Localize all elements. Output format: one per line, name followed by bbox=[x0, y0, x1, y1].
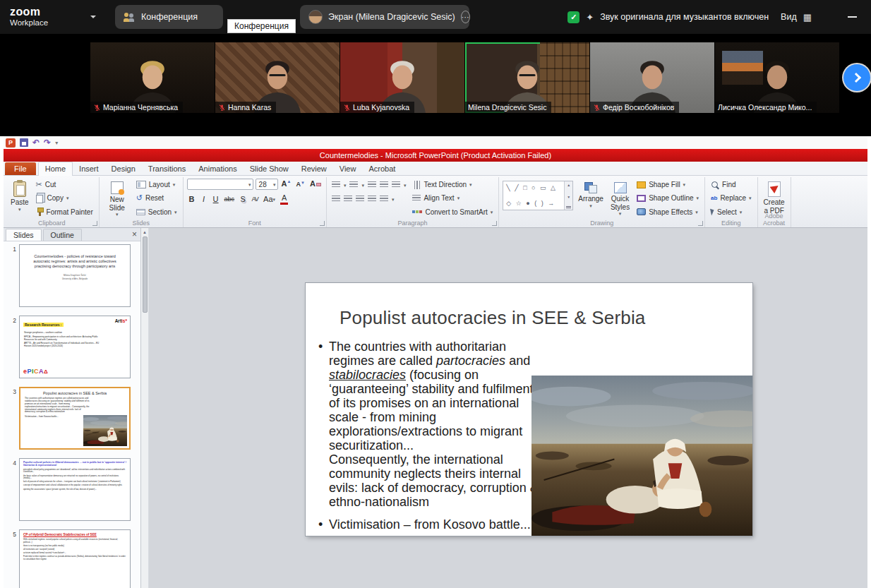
text-direction-button[interactable]: Text Direction ▾ bbox=[410, 179, 495, 191]
slide-thumbnail-1[interactable]: 1 Countermelodies - policies of resistan… bbox=[4, 244, 140, 316]
logo-chevron-down-icon[interactable] bbox=[90, 16, 96, 18]
grow-font-button[interactable]: A▲ bbox=[280, 179, 293, 188]
drawing-dialog-launcher[interactable] bbox=[698, 221, 703, 226]
paste-button[interactable]: Paste ▾ bbox=[8, 179, 31, 218]
tab-conference[interactable]: Конференция bbox=[115, 5, 223, 29]
panel-scrollbar[interactable]: ▲ bbox=[141, 228, 149, 588]
tab-design[interactable]: Design bbox=[105, 162, 142, 175]
new-slide-button[interactable]: New Slide ▾ bbox=[103, 179, 131, 218]
slide-thumbnail-4[interactable]: 4 Populist cultural policies in illibera… bbox=[4, 458, 140, 529]
clipboard-dialog-launcher[interactable] bbox=[92, 221, 97, 226]
underline-button[interactable]: U bbox=[211, 193, 221, 205]
arrange-button[interactable]: Arrange ▾ bbox=[576, 179, 606, 218]
video-tile-participant-5[interactable]: Федір Воскобойніков bbox=[590, 42, 714, 113]
character-spacing-button[interactable]: AV bbox=[250, 193, 260, 205]
replace-button[interactable]: ab Replace ▾ bbox=[709, 192, 754, 204]
text-shadow-button[interactable]: S bbox=[238, 193, 248, 205]
shape-effects-button[interactable]: Shape Effects ▾ bbox=[635, 206, 701, 218]
slide-canvas[interactable]: Populist autocracies in SEE & Serbia • T… bbox=[149, 228, 867, 588]
shrink-font-button[interactable]: A▼ bbox=[295, 181, 306, 188]
video-tile-participant-1[interactable]: Маріанна Чернявська bbox=[90, 42, 215, 113]
undo-button[interactable]: ↶ bbox=[32, 138, 40, 147]
select-button[interactable]: Select ▾ bbox=[709, 206, 754, 218]
copy-icon bbox=[36, 195, 43, 203]
format-painter-button[interactable]: Format Painter bbox=[34, 206, 95, 218]
dropdown-arrow-icon: ▾ bbox=[457, 196, 460, 200]
slide-thumbnail-3-selected[interactable]: 3 Populist autocracies in SEE & Serbia T… bbox=[4, 387, 140, 458]
qat-customize-dropdown[interactable]: ▾ bbox=[55, 140, 58, 146]
align-center-icon[interactable] bbox=[344, 196, 352, 203]
font-size-select[interactable]: 28▾ bbox=[256, 179, 278, 190]
tab-view[interactable]: View bbox=[333, 162, 363, 175]
quick-access-toolbar: P ↶ ↷ ▾ bbox=[4, 136, 867, 149]
section-button[interactable]: Section ▾ bbox=[134, 206, 179, 218]
scroll-down-icon[interactable]: ▼ bbox=[567, 195, 570, 199]
video-tile-participant-2[interactable]: Hanna Karas bbox=[215, 42, 340, 113]
tab-insert[interactable]: Insert bbox=[73, 162, 105, 175]
tab-animations[interactable]: Animations bbox=[192, 162, 243, 175]
justify-icon[interactable] bbox=[368, 196, 376, 203]
quick-styles-icon bbox=[614, 182, 627, 193]
tab-home[interactable]: Home bbox=[38, 162, 73, 176]
shape-fill-button[interactable]: Shape Fill ▾ bbox=[635, 179, 701, 191]
tab-slide-show[interactable]: Slide Show bbox=[244, 162, 295, 175]
decrease-indent-icon[interactable] bbox=[368, 181, 376, 188]
align-text-button[interactable]: Align Text ▾ bbox=[410, 192, 495, 204]
redo-button[interactable]: ↷ bbox=[44, 138, 51, 147]
kosovo-maiden-painting[interactable] bbox=[531, 376, 752, 536]
font-name-select[interactable]: ▾ bbox=[187, 179, 253, 190]
shapes-gallery-scroll[interactable]: ▲ ▼ bbox=[564, 181, 572, 210]
view-button[interactable]: Вид bbox=[781, 12, 797, 22]
video-tile-participant-3[interactable]: Luba Kyjanovska bbox=[340, 42, 464, 113]
cut-button[interactable]: ✂ Cut bbox=[34, 179, 95, 191]
dropdown-arrow-icon: ▾ bbox=[174, 210, 177, 215]
next-participants-button[interactable] bbox=[843, 64, 870, 91]
tab-file[interactable]: File bbox=[5, 162, 36, 175]
tab-slides[interactable]: Slides bbox=[6, 229, 42, 241]
align-left-icon[interactable] bbox=[332, 196, 340, 203]
tab-acrobat[interactable]: Acrobat bbox=[362, 162, 402, 175]
tab-review[interactable]: Review bbox=[295, 162, 333, 175]
scrollbar-thumb[interactable] bbox=[143, 236, 148, 313]
scrollbar-up-arrow[interactable]: ▲ bbox=[141, 228, 148, 236]
change-case-button[interactable]: Aa▾ bbox=[262, 193, 277, 205]
copy-button[interactable]: Copy ▾ bbox=[34, 192, 95, 204]
font-color-button[interactable]: A bbox=[279, 193, 289, 205]
shape-outline-button[interactable]: Shape Outline ▾ bbox=[635, 192, 701, 204]
find-button[interactable]: Find bbox=[709, 179, 754, 191]
line-spacing-icon[interactable] bbox=[392, 181, 400, 188]
strikethrough-button[interactable]: abc bbox=[223, 193, 236, 205]
bullets-icon[interactable] bbox=[332, 181, 340, 188]
layout-button[interactable]: Layout ▾ bbox=[134, 179, 179, 191]
convert-to-smartart-button[interactable]: Convert to SmartArt ▾ bbox=[410, 206, 495, 218]
slide-thumbnail-5[interactable]: 5 CP of Hybrid/ Democratic Stabilocracie… bbox=[4, 529, 140, 588]
numbering-icon[interactable] bbox=[349, 181, 358, 188]
scroll-up-icon[interactable]: ▲ bbox=[567, 183, 570, 187]
ribbon-group-slides: New Slide ▾ Layout ▾ ↺ Reset Se bbox=[100, 177, 184, 227]
increase-indent-icon[interactable] bbox=[380, 181, 388, 188]
security-shield-icon[interactable]: ✓ bbox=[567, 11, 579, 23]
gallery-more-icon[interactable] bbox=[566, 206, 571, 208]
shapes-gallery[interactable]: ╲ ╱ □ ○ ▭ △ ◇ ☆ ● ( ) → ▲ ▼ bbox=[503, 181, 573, 210]
align-right-icon[interactable] bbox=[356, 196, 364, 203]
tab-screen-share[interactable]: Экран (Milena Dragicevic Sesic) ⋯ bbox=[300, 5, 469, 29]
save-button[interactable] bbox=[20, 138, 28, 147]
font-dialog-launcher[interactable] bbox=[320, 221, 325, 226]
clear-formatting-button[interactable]: A bbox=[308, 179, 323, 188]
paragraph-dialog-launcher[interactable] bbox=[492, 221, 497, 226]
current-slide[interactable]: Populist autocracies in SEE & Serbia • T… bbox=[306, 283, 752, 536]
italic-button[interactable]: I bbox=[199, 193, 209, 205]
video-tile-participant-6[interactable]: Лисичка Олександр Мико... bbox=[715, 42, 839, 113]
reset-button[interactable]: ↺ Reset bbox=[134, 192, 179, 204]
quick-styles-button[interactable]: Quick Styles ▾ bbox=[608, 179, 632, 218]
video-tile-active-speaker[interactable]: Milena Dragicevic Sesic bbox=[465, 42, 589, 113]
panel-close-button[interactable]: × bbox=[132, 230, 137, 239]
slide-thumbnail-2[interactable]: 2 Research Resources : Artis* Stronger p… bbox=[4, 316, 140, 387]
tab-transitions[interactable]: Transitions bbox=[142, 162, 192, 175]
tab-options-button[interactable]: ⋯ bbox=[461, 11, 470, 23]
bold-button[interactable]: B bbox=[187, 193, 197, 205]
tab-outline[interactable]: Outline bbox=[43, 229, 82, 241]
columns-icon[interactable] bbox=[380, 196, 388, 203]
minimize-button[interactable] bbox=[848, 16, 857, 18]
view-grid-icon[interactable]: ▦ bbox=[803, 12, 812, 23]
